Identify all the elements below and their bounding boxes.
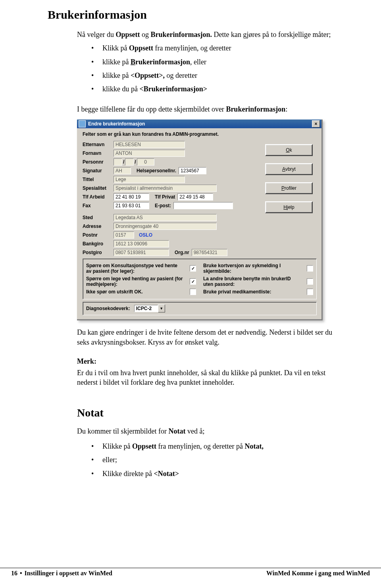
- field-orgnr: 987654321: [192, 249, 227, 256]
- txt: ved å;: [185, 427, 204, 435]
- bold: Brukerinformasjon: [226, 105, 285, 113]
- field-fornavn: ANTON: [114, 150, 185, 157]
- ok-button[interactable]: Ok: [265, 144, 313, 156]
- label-epost: E-post:: [155, 203, 171, 208]
- paragraph: Du kan gjøre endringer i de hvite felten…: [77, 328, 333, 347]
- label-orgnr: Org.nr: [175, 250, 189, 255]
- chevron-down-icon[interactable]: ▼: [158, 305, 165, 312]
- label-personnr: Personnr: [83, 159, 114, 165]
- checkbox[interactable]: ✓: [190, 265, 196, 272]
- dialog-hint: Felter som er grå kan kun forandres fra …: [83, 131, 317, 137]
- field-bankgiro: 1612 13 09096: [114, 240, 169, 247]
- paragraph: Er du i tvil om hva hvert punkt innehold…: [77, 368, 333, 388]
- list-item: Klikke direkte på <Notat>: [91, 469, 333, 478]
- txt: k: [290, 147, 292, 153]
- opt-label: Spørre om Konsultasjonstype ved hente av…: [86, 263, 187, 274]
- txt: fra menylinjen, og deretter: [153, 44, 231, 52]
- merk-heading: Merk:: [77, 357, 333, 366]
- label-postnr: Postnr: [83, 232, 114, 238]
- options-panel: Spørre om Konsultasjonstype ved hente av…: [83, 258, 317, 300]
- opt-label: La andre brukere benytte min brukerID ut…: [203, 276, 304, 287]
- field-tlfprivat[interactable]: 22 49 15 48: [177, 193, 213, 200]
- bold: <Oppsett>,: [131, 71, 165, 79]
- txt: rukerinformasjon: [135, 58, 190, 66]
- field-etternavn: HELSESEN: [114, 141, 185, 148]
- bold: Notat: [168, 427, 185, 435]
- window-title: Endre brukerinformasjon: [88, 121, 145, 127]
- bold: <Notat>: [154, 470, 179, 478]
- label-bankgiro: Bankgiro: [83, 241, 114, 247]
- label-adresse: Adresse: [83, 224, 114, 229]
- list-item: eller;: [91, 455, 333, 465]
- close-icon[interactable]: ×: [312, 120, 320, 127]
- txt: Klikke direkte på: [102, 470, 154, 478]
- bold: Brukerinformasjon: [131, 58, 190, 66]
- instruction-list: Klikke på Oppsett fra menylinjen, og der…: [48, 441, 333, 478]
- checkbox[interactable]: [190, 289, 196, 295]
- txt: Klikk på: [102, 44, 129, 52]
- field-hpnr[interactable]: 1234567: [179, 167, 206, 174]
- window-icon: [79, 120, 86, 127]
- opt-label: Bruke privat medikamentliste:: [203, 289, 304, 295]
- titlebar: Endre brukerinformasjon ×: [77, 120, 321, 128]
- mnemonic: A: [282, 166, 285, 172]
- txt: Nå velger du: [77, 31, 115, 39]
- field-epost[interactable]: [173, 202, 233, 209]
- profiles-button[interactable]: Profiler: [265, 182, 313, 194]
- checkbox[interactable]: [307, 278, 313, 285]
- field-spesialitet: Spesialist i allmennmedisin: [114, 185, 217, 192]
- diagnose-combo[interactable]: ICPC-2 ▼: [134, 305, 165, 312]
- checkbox[interactable]: [307, 265, 313, 272]
- poststed-value: OSLO: [139, 232, 152, 238]
- checkbox[interactable]: ✓: [190, 278, 196, 285]
- button-column: Ok Avbryt Profiler Hjelp: [265, 144, 313, 220]
- checkbox[interactable]: [307, 289, 313, 295]
- paragraph: I begge tilfellene får du opp dette skje…: [77, 104, 333, 114]
- label-signatur: Signatur: [83, 168, 114, 174]
- mnemonic: P: [281, 185, 285, 191]
- section-heading: Brukerinformasjon: [48, 8, 333, 21]
- underline: B: [131, 58, 135, 66]
- label-postgiro: Postgiro: [83, 250, 114, 255]
- txt: I begge tilfellene får du opp dette skje…: [77, 105, 226, 113]
- txt: og deretter: [165, 71, 197, 79]
- txt: :: [285, 105, 287, 113]
- bold: Oppsett: [129, 44, 153, 52]
- combo-value: ICPC-2: [134, 305, 158, 312]
- opt-label: Spørre om lege ved henting av pasient (f…: [86, 276, 187, 287]
- instruction-list: Klikk på Oppsett fra menylinjen, og dere…: [48, 43, 333, 94]
- txt: vbryt: [285, 166, 296, 172]
- label-spesialitet: Spesialitet: [83, 185, 114, 191]
- field-personnr-2: [125, 158, 134, 166]
- txt: rofiler: [285, 185, 296, 191]
- label-tlfprivat: Tlf Privat: [155, 194, 175, 200]
- label-diagnosekodeverk: Diagnosekodeverk:: [86, 306, 130, 311]
- field-postnr: 0157: [114, 231, 134, 239]
- label-fornavn: Fornavn: [83, 150, 114, 156]
- mnemonic: H: [283, 204, 287, 210]
- txt: Du kommer til skjermbildet for: [77, 427, 168, 435]
- txt: klikke på: [102, 58, 131, 66]
- txt: Klikke på: [102, 442, 132, 450]
- label-hpnr: Helsepersonellnr.: [137, 168, 176, 174]
- paragraph: Du kommer til skjermbildet for Notat ved…: [77, 426, 333, 436]
- list-item: Klikke på Oppsett fra menylinjen, og der…: [91, 441, 333, 451]
- diagnose-panel: Diagnosekodeverk: ICPC-2 ▼: [83, 302, 317, 315]
- cancel-button[interactable]: Avbryt: [265, 163, 313, 175]
- field-adresse: Dronningensgate 40: [114, 223, 217, 230]
- field-postgiro: 0807 5193891: [114, 249, 169, 256]
- opt-label: Bruke kortversjon av sykmelding I skjerm…: [203, 263, 304, 274]
- field-tlfarbeid[interactable]: 22 41 80 19: [114, 193, 149, 200]
- field-signatur: AH: [114, 167, 131, 174]
- txt: fra menylinjen, og deretter på: [156, 442, 244, 450]
- list-item: klikke du på <Brukerinformasjon>: [91, 84, 333, 94]
- help-button[interactable]: Hjelp: [265, 201, 313, 213]
- label-fax: Fax: [83, 203, 114, 208]
- field-fax[interactable]: 21 93 63 01: [114, 202, 149, 209]
- opt-label: Ikke spør om utskrift OK.: [86, 289, 187, 295]
- list-item: klikke på <Oppsett>, og deretter: [91, 71, 333, 80]
- txt: klikke du på: [102, 85, 139, 93]
- label-tlfarbeid: Tlf Arbeid: [83, 194, 114, 200]
- footer-right: WinMed Komme i gang med WinMed: [266, 570, 370, 577]
- intro-paragraph: Nå velger du Oppsett og Brukerinformasjo…: [77, 30, 333, 39]
